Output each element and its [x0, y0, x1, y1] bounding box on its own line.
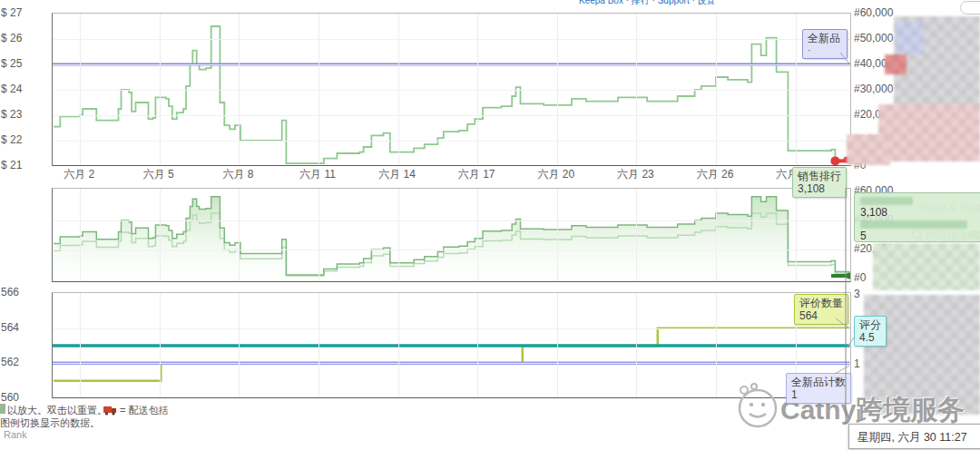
price-rank-line: [54, 26, 850, 163]
price-axis-label: $ 24: [1, 83, 22, 95]
date-axis-label: 六月 11: [299, 169, 336, 181]
date-axis-label: 六月 14: [378, 169, 416, 181]
count-axis-label: 1: [854, 358, 860, 370]
date-axis-label: 六月 26: [697, 169, 734, 181]
crosshair-date-tooltip: 星期四, 六月 30 11:27: [848, 424, 980, 449]
date-axis-label: 六月 17: [458, 169, 495, 181]
zoom-hint-text: 以放大。双击以重置。: [7, 404, 107, 417]
top-nav-clip: Keepa Box · 排行 · Support · 设置: [0, 0, 980, 6]
date-axis-label: 六月 8: [222, 169, 253, 181]
gridline: [53, 220, 850, 221]
gridline: [53, 115, 850, 116]
date-axis-label: 六月 23: [617, 169, 654, 181]
truck-icon: [103, 406, 117, 416]
gridline: [53, 141, 850, 142]
closeup-chart-panel[interactable]: [52, 188, 851, 282]
gridline: [53, 328, 850, 329]
review-axis-label: 560: [1, 392, 19, 404]
gridline: [716, 293, 717, 397]
gridline: [160, 189, 161, 281]
gridline: [716, 189, 717, 281]
gridline: [318, 189, 319, 281]
censored-block: [897, 22, 924, 54]
price-axis-label: $ 27: [1, 7, 22, 19]
rank-axis-label: #0: [854, 272, 866, 284]
gridline: [80, 189, 81, 281]
censored-block: [873, 243, 980, 290]
censored-block: [878, 104, 980, 161]
gridline: [796, 189, 797, 281]
censored-row: [860, 197, 913, 205]
clipped-glyph: [0, 404, 5, 414]
price-axis-label: $ 25: [1, 58, 22, 70]
gridline: [477, 189, 478, 281]
top-nav-links[interactable]: Keepa Box · 排行 · Support · 设置: [579, 0, 716, 6]
gridline: [53, 64, 850, 65]
watermark-face-icon: [731, 381, 782, 435]
legend-toggle-hint-text: 图例切换显示的数据。: [0, 416, 100, 430]
review-count-line: [54, 328, 850, 381]
tooltip-new-count: 全新品计数 1: [786, 373, 851, 404]
tooltip-new-price: 全新品 ·: [802, 29, 848, 59]
censored-row: [860, 220, 967, 229]
review-axis-label: 562: [1, 357, 19, 368]
gridline: [160, 293, 161, 397]
rank-legend-partial[interactable]: Rank: [4, 429, 27, 440]
tooltip-review-count: 评价数量 564: [794, 294, 848, 325]
gridline: [557, 293, 558, 397]
gridline: [398, 293, 399, 397]
hover-rank-value: 3,108: [860, 207, 980, 219]
date-axis-label: 六月 5: [143, 169, 174, 181]
rank-axis-label: #30,000: [854, 83, 893, 95]
date-axis-label: 六月 2: [64, 169, 94, 181]
review-axis-label: 564: [1, 322, 19, 334]
top-search-box-partial[interactable]: [960, 1, 980, 15]
gridline: [53, 39, 850, 40]
censored-block: [885, 54, 906, 74]
rank-axis-label: #60,000: [854, 7, 893, 19]
censored-block: [847, 134, 890, 165]
gridline: [636, 293, 637, 397]
price-axis-label: $ 26: [1, 33, 22, 44]
gridline: [318, 293, 319, 397]
price-axis-label: $ 23: [1, 109, 22, 121]
gridline: [477, 293, 478, 397]
tooltip-rating: 评分 4.5: [854, 316, 887, 347]
price-rank-chart-panel[interactable]: [52, 13, 851, 166]
gridline: [53, 363, 850, 364]
gridline: [239, 293, 240, 397]
rank-axis-label: #50,000: [854, 33, 893, 44]
keepa-chart-page: Keepa Box · 排行 · Support · 设置 $ 27$ 26$ …: [0, 0, 980, 450]
price-axis-label: $ 22: [1, 134, 22, 146]
gridline: [636, 189, 637, 281]
hover-data-panel: 3,108 5: [854, 192, 980, 242]
gridline: [398, 189, 399, 281]
gridline: [239, 189, 240, 281]
rank-highlight-dot: [830, 156, 839, 165]
closeup-area-chart: [53, 189, 850, 281]
gridline: [53, 90, 850, 91]
count-axis-label: 3: [854, 289, 860, 300]
shipping-legend-text: = 配送包括: [120, 404, 168, 417]
tooltip-sales-rank: 销售排行 3,108: [792, 167, 847, 198]
date-axis-label: 六月 20: [537, 169, 574, 181]
gridline: [557, 189, 558, 281]
hover-offer-count-value: 5: [860, 230, 980, 242]
price-axis-label: $ 21: [1, 160, 22, 171]
gridline: [80, 293, 81, 397]
review-axis-label: 566: [1, 287, 19, 298]
gridline: [53, 249, 850, 250]
